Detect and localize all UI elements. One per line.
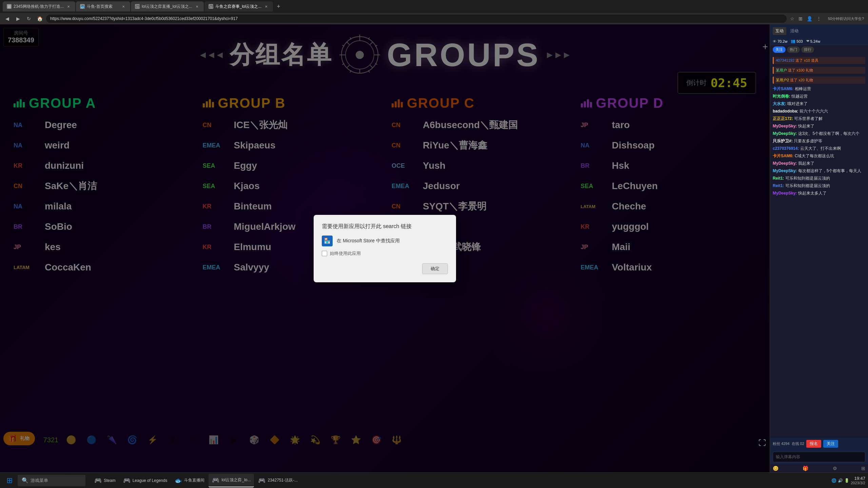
hot-badge[interactable]: 热门 xyxy=(787,46,800,53)
modal-checkbox-label: 始终使用此应用 xyxy=(330,250,361,257)
tab-3-close[interactable]: ✕ xyxy=(194,4,200,9)
taskbar-right: 🌐 🔊 🔋 19:47 2023/3/2 xyxy=(829,476,868,485)
back-button[interactable]: ◀ xyxy=(3,14,12,23)
tab-2[interactable]: 🐟 斗鱼-首页搜索 ✕ xyxy=(76,1,130,12)
chat-input-area: 输入弹幕内容 xyxy=(770,450,868,464)
chat-gift-2: 某用户 送了 x100 礼物 xyxy=(773,67,865,74)
taskbar-search-label: 游戏菜单 xyxy=(31,477,48,484)
chat-gift-1: 407341192 送了 x10 道具 xyxy=(773,57,865,64)
settings-icon[interactable]: ⋮ xyxy=(815,15,823,22)
followers-stat: 👥 503 xyxy=(791,39,803,43)
settings-icon[interactable]: ⚙ xyxy=(833,466,837,471)
tab-4-close[interactable]: ✕ xyxy=(263,4,269,9)
likes-count: 5.24w xyxy=(810,39,820,43)
chat-input[interactable]: 输入弹幕内容 xyxy=(773,452,865,462)
tab-4-title: 斗鱼之弈赛事_lol云顶之... xyxy=(215,4,262,9)
address-text: https://www.douyu.com/5224237?dyshid=131… xyxy=(50,16,238,21)
tab-4[interactable]: 🎮 斗鱼之弈赛事_lol云顶之... ✕ xyxy=(204,1,273,12)
tab-2-close[interactable]: ✕ xyxy=(121,4,126,9)
emoji-icon[interactable]: 😊 xyxy=(773,466,778,471)
steam-label: Steam xyxy=(104,478,116,483)
douyu-label: 斗鱼直播间 xyxy=(184,477,204,483)
modal-overlay: 需要使用新应用以打开此 search 链接 🏪 在 Microsoft Stor… xyxy=(0,24,770,472)
tab-1[interactable]: 🖥 2345网络推机·致力于打造... ✕ xyxy=(3,1,75,12)
modal-checkbox[interactable] xyxy=(322,251,327,256)
chat-msg-8: 只乐护卫#: 只要友多虚护等 xyxy=(773,138,865,144)
taskbar-item-tab5[interactable]: 🎮 2342751-活跃-... xyxy=(255,474,301,487)
chat-msg-12: MyDeepSky: 每次都这样了，5个都有事，每天人 xyxy=(773,168,865,174)
stream-area: 房间号 7388349 + ◀ ◀ ◀ 分组名单 xyxy=(0,24,770,472)
taskbar-items: 🎮 Steam 🎮 League of Legends 🐟 斗鱼直播间 🎮 lo… xyxy=(91,474,301,487)
taskbar-clock[interactable]: 19:47 2023/3/2 xyxy=(851,476,865,485)
browser-chrome: 🖥 2345网络推机·致力于打造... ✕ 🐟 斗鱼-首页搜索 ✕ 🎮 lol云… xyxy=(0,0,868,24)
lol2-icon: 🎮 xyxy=(212,476,219,484)
chat-msg-1: 卡片SAM6: 相棒运营 xyxy=(773,86,865,92)
timer-display: 50分钟前访问大学生? xyxy=(827,16,865,22)
chat-input-placeholder: 输入弹幕内容 xyxy=(776,454,800,460)
forward-button[interactable]: ▶ xyxy=(14,14,22,23)
start-button[interactable]: ⊞ xyxy=(3,474,16,487)
network-icon[interactable]: 🌐 xyxy=(831,478,836,483)
home-button[interactable]: 🏠 xyxy=(35,14,44,23)
battery-icon[interactable]: 🔋 xyxy=(844,478,849,483)
chat-bottom-icons: 😊 🎁 ⚙ ⊞ xyxy=(770,464,868,472)
chat-tab-interact[interactable]: 互动 xyxy=(773,27,786,35)
chat-gift-3: 某用户2 送了 x20 礼物 xyxy=(773,77,865,84)
chat-messages: 407341192 送了 x10 道具 某用户 送了 x100 礼物 某用户2 … xyxy=(770,54,868,438)
chat-stats-row: 👁 70.2w 👥 503 ❤ 5.24w xyxy=(770,38,868,45)
taskbar-left: ⊞ 🔍 游戏菜单 xyxy=(0,474,88,487)
share-icon[interactable]: ⊞ xyxy=(861,466,865,471)
taskbar-date: 2023/3/2 xyxy=(851,481,865,485)
chat-panel: 互动 活动 👁 70.2w 👥 503 ❤ 5.24w 关注 热门 排行 407… xyxy=(770,24,868,472)
follow-badge[interactable]: 关注 xyxy=(773,46,786,53)
tab-3[interactable]: 🎮 lol云顶之弈直播_lol云顶之... ✕ xyxy=(131,1,204,12)
lol2-label: lol云顶之弈_lo... xyxy=(221,477,251,483)
nav-right-icons: ☆ ⊞ 👤 ⋮ 50分钟前访问大学生? xyxy=(789,15,865,22)
tab-1-close[interactable]: ✕ xyxy=(66,4,71,9)
rank-badge[interactable]: 排行 xyxy=(801,46,814,53)
tab-3-favicon: 🎮 xyxy=(135,4,140,9)
taskbar-search-bar[interactable]: 🔍 游戏菜单 xyxy=(18,475,85,486)
taskbar-item-douyu[interactable]: 🐟 斗鱼直播间 xyxy=(171,474,208,487)
online-count: 在线 02 xyxy=(792,441,804,446)
tab5-icon: 🎮 xyxy=(258,477,265,484)
modal-option-text: 在 Microsoft Store 中查找应用 xyxy=(337,238,400,244)
followers-count: 503 xyxy=(796,39,803,43)
right-panel-buttons: 粉丝 4294 在线 02 报名 关注 xyxy=(770,438,868,450)
gift-send-icon[interactable]: 🎁 xyxy=(803,466,808,471)
bookmark-icon[interactable]: ☆ xyxy=(789,15,796,22)
chat-tab-activity[interactable]: 活动 xyxy=(788,27,801,35)
new-tab-button[interactable]: + xyxy=(274,2,283,11)
taskbar-item-lol2[interactable]: 🎮 lol云顶之弈_lo... xyxy=(209,474,254,487)
viewers-stat: 👁 70.2w xyxy=(773,39,787,43)
user-profile-icon[interactable]: 👤 xyxy=(805,15,814,22)
taskbar-item-lol[interactable]: 🎮 League of Legends xyxy=(120,474,171,487)
chat-tabs: 互动 活动 xyxy=(773,27,801,35)
chat-msg-7: MyDeepSky: 这3次、5个都没有了啊，每次六个 xyxy=(773,130,865,137)
chat-msg-11: MyDeepSky: 我起来了 xyxy=(773,160,865,166)
taskbar-item-steam[interactable]: 🎮 Steam xyxy=(91,474,119,487)
chat-msg-4: badadodoba: 前六十个六六六 xyxy=(773,108,865,114)
modal-dialog: 需要使用新应用以打开此 search 链接 🏪 在 Microsoft Stor… xyxy=(314,215,456,282)
chat-header: 互动 活动 xyxy=(770,24,868,38)
sound-icon[interactable]: 🔊 xyxy=(838,478,843,483)
address-bar[interactable]: https://www.douyu.com/5224237?dyshid=131… xyxy=(46,15,787,23)
sign-up-button[interactable]: 报名 xyxy=(806,440,821,448)
modal-option: 🏪 在 Microsoft Store 中查找应用 xyxy=(322,236,448,246)
chat-msg-2: 时光倒卷: 恒越运营 xyxy=(773,93,865,99)
chat-msg-14: Reit1: 可乐和知到都是届云顶的 xyxy=(773,183,865,189)
refresh-button[interactable]: ↻ xyxy=(24,14,33,23)
taskbar: ⊞ 🔍 游戏菜单 🎮 Steam 🎮 League of Legends 🐟 斗… xyxy=(0,472,868,488)
nav-bar: ◀ ▶ ↻ 🏠 https://www.douyu.com/5224237?dy… xyxy=(0,13,868,24)
likes-stat: ❤ 5.24w xyxy=(806,39,820,43)
douyu-icon: 🐟 xyxy=(175,477,182,484)
extensions-icon[interactable]: ⊞ xyxy=(797,15,804,22)
chat-msg-10: 卡片SAM6: C域大了每次都这么坑 xyxy=(773,153,865,159)
steam-icon: 🎮 xyxy=(94,477,102,484)
follow-button[interactable]: 关注 xyxy=(823,440,838,448)
chat-msg-13: Reit1: 可乐和知到都是届云顶的 xyxy=(773,175,865,181)
tab-4-favicon: 🎮 xyxy=(209,4,213,9)
tab-bar: 🖥 2345网络推机·致力于打造... ✕ 🐟 斗鱼-首页搜索 ✕ 🎮 lol云… xyxy=(0,0,868,13)
taskbar-time: 19:47 xyxy=(851,476,865,481)
modal-confirm-button[interactable]: 确定 xyxy=(422,263,448,274)
